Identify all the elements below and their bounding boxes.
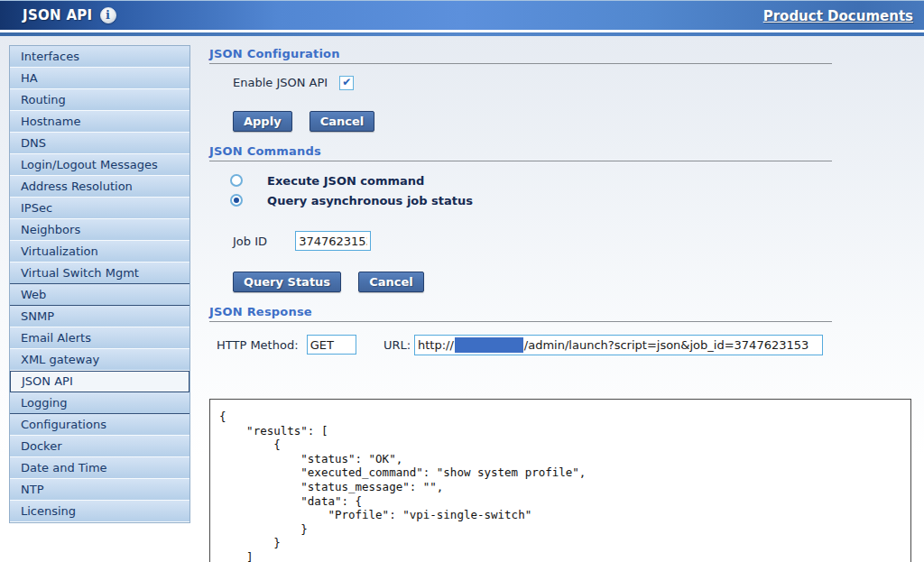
json-commands-title: JSON Commands	[209, 144, 832, 158]
section-divider	[209, 161, 832, 161]
json-response-title: JSON Response	[209, 305, 832, 318]
sidebar-item-ha[interactable]: HA	[10, 68, 189, 89]
page-background: InterfacesHARoutingHostnameDNSLogin/Logo…	[0, 36, 924, 562]
execute-command-radio-row: Execute JSON command	[230, 171, 424, 189]
sidebar-item-snmp[interactable]: SNMP	[10, 306, 189, 327]
http-method-input[interactable]	[307, 335, 356, 355]
json-commands-section-header: JSON Commands	[209, 144, 832, 161]
config-buttons-row: Apply Cancel	[233, 111, 374, 132]
job-id-row: Job ID	[233, 231, 371, 251]
sidebar-item-web[interactable]: Web	[10, 284, 189, 306]
sidebar-item-docker[interactable]: Docker	[10, 436, 189, 457]
sidebar-item-virtual-switch-mgmt[interactable]: Virtual Switch Mgmt	[10, 263, 189, 284]
job-id-label: Job ID	[233, 235, 267, 248]
enable-json-api-row: Enable JSON API	[233, 73, 354, 90]
sidebar-item-logging[interactable]: Logging	[10, 392, 189, 414]
http-method-label: HTTP Method:	[217, 338, 299, 352]
config-cancel-button[interactable]: Cancel	[310, 111, 375, 132]
sidebar-item-configurations[interactable]: Configurations	[10, 414, 189, 436]
commands-buttons-row: Query Status Cancel	[233, 272, 424, 292]
sidebar-item-licensing[interactable]: Licensing	[10, 501, 189, 522]
execute-json-command-radio[interactable]	[230, 174, 243, 187]
job-id-input[interactable]	[295, 231, 371, 251]
url-label: URL:	[383, 338, 411, 352]
sidebar-item-login-logout-messages[interactable]: Login/Logout Messages	[10, 154, 189, 176]
sidebar-item-email-alerts[interactable]: Email Alerts	[10, 327, 189, 349]
json-configuration-section-header: JSON Configuration	[209, 47, 832, 64]
query-status-radio-row: Query asynchronous job status	[230, 191, 473, 208]
sidebar-item-ntp[interactable]: NTP	[10, 479, 189, 501]
sidebar-nav: InterfacesHARoutingHostnameDNSLogin/Logo…	[9, 45, 190, 523]
json-response-text: { "results": [ { "status": "OK", "execut…	[210, 400, 910, 562]
info-icon[interactable]: i	[100, 7, 116, 23]
section-divider	[209, 321, 832, 322]
sidebar-item-ipsec[interactable]: IPSec	[10, 198, 189, 219]
http-method-row: HTTP Method:	[217, 335, 356, 355]
query-job-status-radio[interactable]	[230, 194, 243, 207]
sidebar-item-date-and-time[interactable]: Date and Time	[10, 457, 189, 479]
sidebar-item-routing[interactable]: Routing	[10, 89, 189, 111]
sidebar-item-hostname[interactable]: Hostname	[10, 111, 189, 133]
sidebar-item-dns[interactable]: DNS	[10, 133, 189, 154]
section-divider	[209, 63, 832, 64]
url-redaction-box	[455, 337, 523, 353]
sidebar-item-virtualization[interactable]: Virtualization	[10, 241, 189, 263]
query-job-status-label: Query asynchronous job status	[267, 194, 473, 207]
commands-cancel-button[interactable]: Cancel	[358, 272, 424, 292]
url-input[interactable]: http:// /admin/launch?script=json&job_id…	[414, 335, 823, 355]
sidebar-item-address-resolution[interactable]: Address Resolution	[10, 176, 189, 198]
sidebar-item-interfaces[interactable]: Interfaces	[10, 46, 189, 68]
json-configuration-title: JSON Configuration	[209, 47, 832, 60]
url-prefix-text: http://	[418, 338, 454, 352]
apply-button[interactable]: Apply	[233, 111, 292, 132]
top-bar: JSON API i Product Documents	[0, 0, 924, 31]
sidebar-item-neighbors[interactable]: Neighbors	[10, 219, 189, 241]
sidebar-item-json-api[interactable]: JSON API	[10, 371, 189, 392]
url-suffix-text: /admin/launch?script=json&job_id=3747623…	[524, 338, 808, 352]
enable-json-api-label: Enable JSON API	[233, 76, 328, 89]
enable-json-api-checkbox[interactable]	[339, 76, 354, 90]
execute-json-command-label: Execute JSON command	[267, 174, 424, 188]
json-response-output[interactable]: { "results": [ { "status": "OK", "execut…	[209, 399, 911, 562]
product-documents-link[interactable]: Product Documents	[763, 8, 913, 24]
json-response-section-header: JSON Response	[209, 305, 832, 322]
page-title: JSON API	[23, 7, 93, 23]
query-status-button[interactable]: Query Status	[233, 272, 341, 292]
sidebar-item-xml-gateway[interactable]: XML gateway	[10, 349, 189, 371]
